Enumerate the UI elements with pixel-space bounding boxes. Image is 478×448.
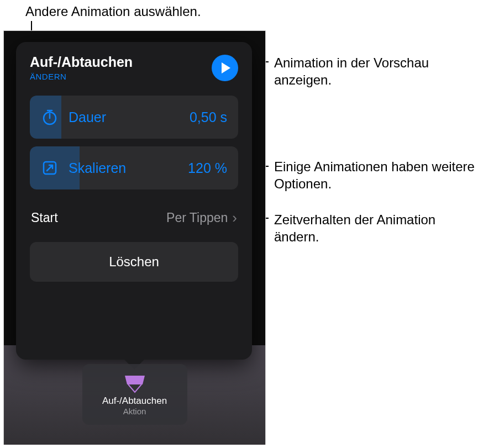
animation-title: Auf-/Abtauchen (30, 54, 133, 70)
start-value: Per Tippen (166, 210, 228, 225)
duration-label: Dauer (69, 109, 190, 125)
change-animation-button[interactable]: ÄNDERN (30, 72, 133, 81)
stopwatch-icon (41, 108, 59, 126)
duration-slider[interactable]: Dauer 0,50 s (30, 96, 238, 139)
scale-slider[interactable]: Skalieren 120 % (30, 146, 238, 189)
chip-subtitle: Aktion (123, 407, 146, 416)
popover-header: Auf-/Abtauchen ÄNDERN (30, 54, 238, 81)
animation-action-chip[interactable]: Auf-/Abtauchen Aktion (82, 364, 187, 425)
chevron-right-icon: › (232, 209, 237, 226)
chip-title: Auf-/Abtauchen (102, 396, 167, 407)
animation-popover: Auf-/Abtauchen ÄNDERN Dauer 0,50 s (16, 42, 252, 360)
delete-button[interactable]: Löschen (30, 242, 238, 282)
callout-options: Einige Animationen haben weitere Optione… (274, 158, 478, 192)
preview-play-button[interactable] (212, 55, 238, 81)
start-label: Start (31, 210, 166, 225)
duration-value: 0,50 s (190, 109, 227, 125)
scale-icon (41, 159, 59, 177)
scale-value: 120 % (188, 160, 227, 176)
start-row[interactable]: Start Per Tippen › (30, 197, 238, 239)
action-shape-icon (122, 373, 148, 392)
callout-preview: Animation in der Vorschau anzeigen. (274, 54, 478, 88)
callout-change: Andere Animation auswählen. (25, 3, 201, 20)
screenshot-frame: Auf-/Abtauchen ÄNDERN Dauer 0,50 s (3, 30, 266, 445)
scale-label: Skalieren (69, 160, 188, 176)
callout-timing: Zeitverhalten der Animation ändern. (274, 211, 478, 245)
play-icon (222, 62, 230, 73)
